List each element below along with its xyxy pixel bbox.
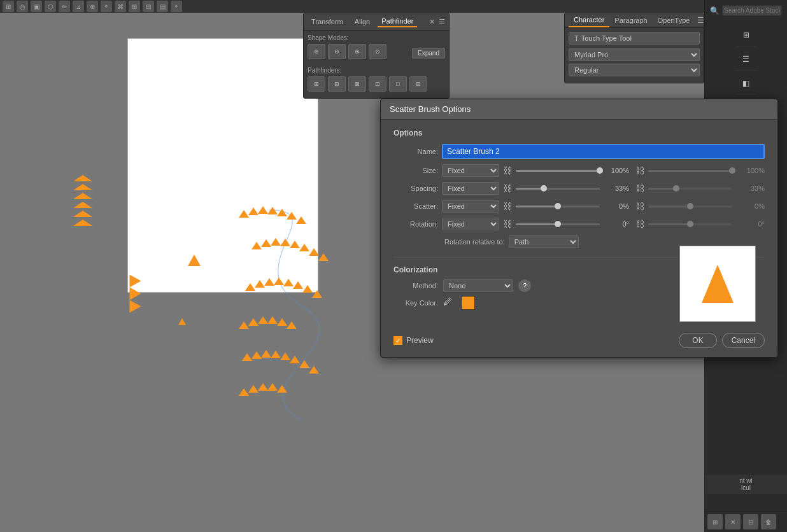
svg-marker-10 (248, 207, 259, 215)
toolbar-icon-3[interactable]: ▣ (31, 1, 42, 12)
size-slider-fill-2 (648, 170, 732, 172)
close-icon[interactable]: ✕ (429, 18, 435, 26)
svg-marker-27 (274, 277, 284, 285)
trim-btn[interactable]: ⊟ (328, 76, 346, 92)
font-family-select[interactable]: Myriad Pro (569, 48, 700, 61)
key-color-swatch[interactable] (461, 296, 475, 310)
touch-type-tool-button[interactable]: T Touch Type Tool (569, 32, 700, 45)
preview-checkbox-box[interactable]: ✓ (394, 336, 402, 345)
svg-marker-39 (252, 351, 262, 359)
merge-btn[interactable]: ⊠ (348, 76, 366, 92)
toolbar-icon-9[interactable]: ⌘ (115, 1, 126, 12)
scatter-type-select[interactable]: Fixed (442, 200, 499, 213)
size-slider-track-2 (648, 170, 732, 172)
arrow-decoration-1 (73, 175, 92, 228)
bp-icon-3[interactable]: ⊟ (743, 514, 758, 529)
pathfinder-body: Shape Modes: ⊕ ⊖ ⊗ ⊘ Expand Pathfinders:… (304, 31, 449, 98)
rotation-type-select[interactable]: Fixed (442, 218, 499, 230)
toolbar-icon-7[interactable]: ⊕ (87, 1, 98, 12)
size-value: 100% (604, 167, 629, 174)
spacing-slider-track-2 (648, 188, 732, 190)
pathfinder-panel-header: Transform Align Pathfinder ✕ ☰ (304, 13, 449, 31)
toolbar-icon-1[interactable]: ⊞ (3, 1, 14, 12)
search-input[interactable] (722, 5, 782, 16)
tab-paragraph[interactable]: Paragraph (609, 14, 652, 27)
character-panel-tabs: Character Paragraph OpenType ☰ (565, 13, 704, 28)
size-slider-thumb[interactable] (597, 167, 603, 174)
size-link-icon: ⛓ (503, 165, 512, 176)
size-slider-container (516, 170, 600, 172)
rotation-slider-thumb[interactable] (555, 221, 561, 227)
toolbar-icon-13[interactable]: ⌖ (171, 1, 182, 12)
svg-marker-38 (242, 353, 252, 361)
right-panel-bottom-area: nt wilcul (705, 475, 787, 494)
size-value-2: 100% (736, 167, 765, 174)
toolbar-icon-11[interactable]: ⊟ (143, 1, 154, 12)
size-slider-track[interactable] (516, 170, 600, 172)
preview-checkbox[interactable]: ✓ Preview (394, 336, 434, 345)
toolbar-icon-4[interactable]: ⬡ (45, 1, 56, 12)
name-input[interactable] (442, 144, 765, 159)
unite-btn[interactable]: ⊕ (308, 44, 325, 59)
bp-icon-2[interactable]: ✕ (725, 514, 741, 529)
svg-marker-22 (309, 248, 319, 256)
scatter-slider-track-2 (648, 206, 732, 207)
rotation-link-icon-2: ⛓ (635, 219, 644, 229)
toolbar-icon-6[interactable]: ⊿ (73, 1, 84, 12)
right-search: 🔍 (705, 0, 787, 21)
eyedropper-icon[interactable]: 🖉 (443, 297, 456, 309)
scatter-link-icon-2: ⛓ (635, 201, 644, 211)
expand-button[interactable]: Expand (412, 48, 445, 59)
spacing-type-select[interactable]: Fixed (442, 182, 499, 195)
svg-marker-48 (258, 383, 268, 391)
spacing-slider-track[interactable] (516, 188, 600, 190)
scatter-slider-thumb[interactable] (555, 203, 561, 209)
rotation-slider-container (516, 223, 600, 225)
rotation-label: Rotation: (394, 220, 438, 228)
spacing-slider-thumb[interactable] (541, 185, 547, 192)
svg-marker-20 (290, 241, 300, 248)
right-icon-1[interactable]: ⊞ (735, 24, 758, 46)
menu-icon[interactable]: ☰ (439, 18, 445, 26)
tab-align[interactable]: Align (351, 17, 374, 27)
crop-btn[interactable]: ⊡ (369, 76, 386, 92)
spacing-slider-fill-2 (648, 188, 676, 190)
size-type-select[interactable]: Fixed (442, 164, 499, 177)
ok-button[interactable]: OK (679, 333, 716, 348)
method-select[interactable]: None Tints Tints and Shades Hue Shift (443, 279, 513, 292)
outline-btn[interactable]: □ (389, 76, 407, 92)
tab-transform[interactable]: Transform (308, 17, 347, 27)
right-icon-3[interactable]: ◧ (735, 72, 758, 95)
rotation-slider-track[interactable] (516, 223, 600, 225)
rotation-relative-select[interactable]: Path Page (509, 235, 579, 248)
toolbar-icon-5[interactable]: ✏ (59, 1, 70, 12)
scatter-value-2: 0% (736, 202, 765, 210)
toolbar-icon-12[interactable]: ▤ (157, 1, 168, 12)
svg-marker-11 (258, 206, 268, 214)
shape-modes-row: ⊕ ⊖ ⊗ ⊘ (308, 44, 386, 59)
exclude-btn[interactable]: ⊘ (369, 44, 386, 59)
svg-marker-51 (188, 255, 201, 266)
tab-opentype[interactable]: OpenType (653, 14, 695, 27)
right-panel-footer: ⊞ ✕ ⊟ 🗑 (705, 511, 787, 532)
tab-pathfinder[interactable]: Pathfinder (378, 16, 417, 27)
tab-character[interactable]: Character (569, 13, 609, 27)
cancel-button[interactable]: Cancel (722, 333, 765, 348)
toolbar-icon-8[interactable]: ⌖ (101, 1, 112, 12)
scatter-slider-track[interactable] (516, 206, 600, 207)
right-panel-bottom-text: nt wilcul (705, 475, 787, 494)
toolbar-icon-2[interactable]: ◎ (17, 1, 28, 12)
bp-icon-1[interactable]: ⊞ (707, 514, 723, 529)
divide-btn[interactable]: ⊞ (308, 76, 325, 92)
tip-icon[interactable]: ? (518, 279, 531, 292)
minus-front-btn[interactable]: ⊖ (328, 44, 346, 59)
minus-back-btn[interactable]: ⊟ (409, 76, 427, 92)
toolbar-icon-10[interactable]: ⊞ (129, 1, 140, 12)
font-style-select[interactable]: Regular (569, 64, 700, 76)
spacing-link-icon-2: ⛓ (635, 183, 644, 193)
scatter-link-icon: ⛓ (503, 201, 512, 211)
char-panel-menu-icon[interactable]: ☰ (695, 13, 707, 27)
bp-icon-4[interactable]: 🗑 (761, 514, 776, 529)
intersect-btn[interactable]: ⊗ (348, 44, 366, 59)
right-icon-2[interactable]: ☰ (735, 48, 758, 71)
